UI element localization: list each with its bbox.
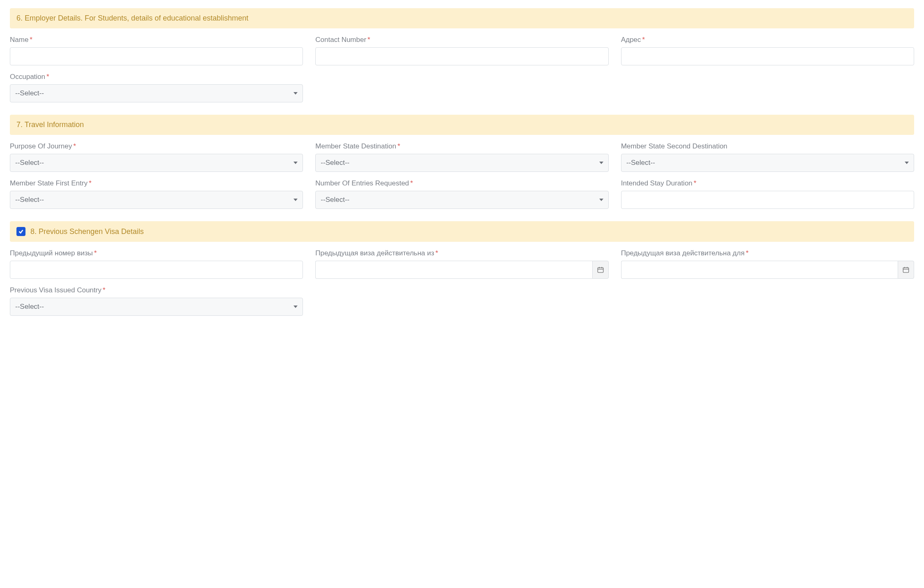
label-address: Адрес* xyxy=(621,36,914,44)
label-destination-2: Member State Second Destination xyxy=(621,142,914,150)
label-destination: Member State Destination* xyxy=(315,142,608,150)
input-duration[interactable] xyxy=(621,191,914,209)
chevron-down-icon xyxy=(293,199,298,201)
section-title: 6. Employer Details. For Students, detai… xyxy=(16,14,248,23)
label-issued-country: Previous Visa Issued Country* xyxy=(10,286,303,294)
select-value: --Select-- xyxy=(15,159,44,167)
calendar-button-valid-to[interactable] xyxy=(898,261,914,279)
select-occupation[interactable]: --Select-- xyxy=(10,84,303,102)
field-occupation: Occupation* --Select-- xyxy=(10,73,303,102)
label-valid-to: Предыдущая виза действительна для* xyxy=(621,249,914,257)
chevron-down-icon xyxy=(293,92,298,95)
chevron-down-icon xyxy=(905,162,909,164)
field-prev-number: Предыдущий номер визы* xyxy=(10,249,303,279)
input-contact-number[interactable] xyxy=(315,47,608,65)
svg-rect-4 xyxy=(903,268,909,273)
select-entries[interactable]: --Select-- xyxy=(315,191,608,209)
select-purpose[interactable]: --Select-- xyxy=(10,154,303,172)
field-valid-from: Предыдущая виза действительна из* xyxy=(315,249,608,279)
select-value: --Select-- xyxy=(15,89,44,97)
section-previous: 8. Previous Schengen Visa Details Предыд… xyxy=(10,221,914,316)
label-duration: Intended Stay Duration* xyxy=(621,179,914,188)
chevron-down-icon xyxy=(599,199,603,201)
section-title: 7. Travel Information xyxy=(16,120,84,129)
label-occupation: Occupation* xyxy=(10,73,303,81)
calendar-button-valid-from[interactable] xyxy=(592,261,609,279)
field-issued-country: Previous Visa Issued Country* --Select-- xyxy=(10,286,303,316)
select-destination-2[interactable]: --Select-- xyxy=(621,154,914,172)
input-prev-number[interactable] xyxy=(10,261,303,279)
field-valid-to: Предыдущая виза действительна для* xyxy=(621,249,914,279)
label-purpose: Purpose Of Journey* xyxy=(10,142,303,150)
field-first-entry: Member State First Entry* --Select-- xyxy=(10,179,303,209)
section-employer: 6. Employer Details. For Students, detai… xyxy=(10,8,914,102)
calendar-icon xyxy=(902,266,910,273)
select-value: --Select-- xyxy=(321,159,349,167)
input-address[interactable] xyxy=(621,47,914,65)
select-value: --Select-- xyxy=(15,196,44,204)
chevron-down-icon xyxy=(599,162,603,164)
chevron-down-icon xyxy=(293,162,298,164)
label-first-entry: Member State First Entry* xyxy=(10,179,303,188)
select-destination[interactable]: --Select-- xyxy=(315,154,608,172)
calendar-icon xyxy=(597,266,604,273)
field-purpose: Purpose Of Journey* --Select-- xyxy=(10,142,303,172)
field-contact-number: Contact Number* xyxy=(315,36,608,65)
select-value: --Select-- xyxy=(626,159,655,167)
field-destination: Member State Destination* --Select-- xyxy=(315,142,608,172)
svg-rect-0 xyxy=(598,268,603,273)
label-contact-number: Contact Number* xyxy=(315,36,608,44)
label-prev-number: Предыдущий номер визы* xyxy=(10,249,303,257)
section-header-travel: 7. Travel Information xyxy=(10,115,914,135)
input-valid-from[interactable] xyxy=(315,261,592,279)
field-destination-2: Member State Second Destination --Select… xyxy=(621,142,914,172)
field-name: Name* xyxy=(10,36,303,65)
input-valid-to[interactable] xyxy=(621,261,898,279)
section-travel: 7. Travel Information Purpose Of Journey… xyxy=(10,115,914,209)
section-title: 8. Previous Schengen Visa Details xyxy=(30,227,144,236)
check-icon xyxy=(18,229,24,234)
label-name: Name* xyxy=(10,36,303,44)
select-first-entry[interactable]: --Select-- xyxy=(10,191,303,209)
input-name[interactable] xyxy=(10,47,303,65)
field-entries: Number Of Entries Requested* --Select-- xyxy=(315,179,608,209)
field-address: Адрес* xyxy=(621,36,914,65)
select-value: --Select-- xyxy=(15,303,44,311)
checkbox-previous-section[interactable] xyxy=(16,227,25,236)
select-value: --Select-- xyxy=(321,196,349,204)
section-header-previous: 8. Previous Schengen Visa Details xyxy=(10,221,914,242)
label-valid-from: Предыдущая виза действительна из* xyxy=(315,249,608,257)
chevron-down-icon xyxy=(293,306,298,308)
section-header-employer: 6. Employer Details. For Students, detai… xyxy=(10,8,914,28)
field-duration: Intended Stay Duration* xyxy=(621,179,914,209)
select-issued-country[interactable]: --Select-- xyxy=(10,298,303,316)
label-entries: Number Of Entries Requested* xyxy=(315,179,608,188)
